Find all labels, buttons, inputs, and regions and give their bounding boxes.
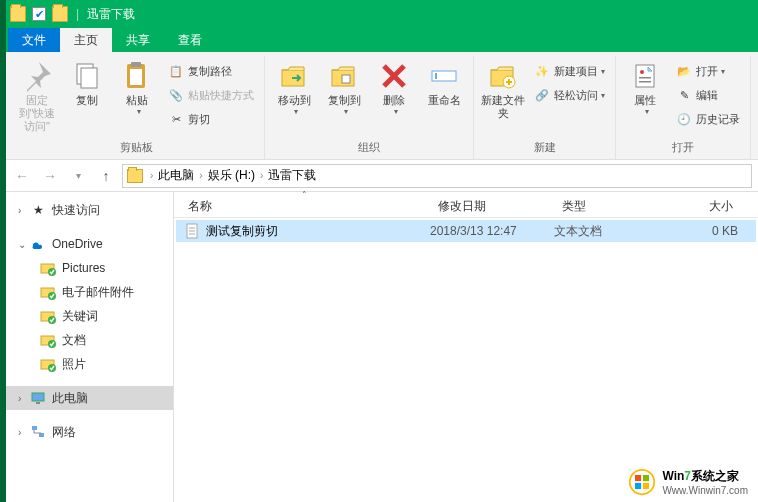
tree-onedrive[interactable]: ⌄OneDrive xyxy=(0,232,173,256)
tab-file[interactable]: 文件 xyxy=(8,28,60,52)
svg-point-13 xyxy=(640,70,644,74)
nav-up-button[interactable]: ↑ xyxy=(94,164,118,188)
pin-icon xyxy=(21,60,53,92)
copy-button[interactable]: 复制 xyxy=(64,56,110,107)
file-size: 0 KB xyxy=(670,224,738,238)
column-headers: ˄名称 修改日期 类型 大小 xyxy=(174,192,758,218)
ribbon-tabs: 文件 主页 共享 查看 xyxy=(0,28,758,52)
history-icon: 🕘 xyxy=(676,111,692,127)
open-group-label: 打开 xyxy=(672,138,694,159)
copy-path-button[interactable]: 📋复制路径 xyxy=(164,60,258,82)
window-left-accent xyxy=(0,0,6,502)
svg-rect-9 xyxy=(435,73,437,79)
tree-keywords[interactable]: 关键词 xyxy=(0,304,173,328)
crumb-chevron[interactable]: › xyxy=(257,170,266,181)
tab-share[interactable]: 共享 xyxy=(112,28,164,52)
tree-pictures[interactable]: Pictures xyxy=(0,256,173,280)
edit-button[interactable]: ✎编辑 xyxy=(672,84,744,106)
tree-email-attachments[interactable]: 电子邮件附件 xyxy=(0,280,173,304)
col-size[interactable]: 大小 xyxy=(670,192,742,217)
pin-label: 固定到"快速访问" xyxy=(14,94,60,134)
nav-recent-dropdown[interactable]: ▾ xyxy=(66,164,90,188)
col-name[interactable]: ˄名称 xyxy=(174,192,430,217)
col-date[interactable]: 修改日期 xyxy=(430,192,554,217)
move-to-button[interactable]: 移动到▾ xyxy=(271,56,317,117)
cut-icon: ✂ xyxy=(168,111,184,127)
svg-rect-14 xyxy=(639,77,651,79)
ribbon-group-clipboard: 固定到"快速访问" 复制 粘贴▾ 📋复制路径 📎粘贴快捷方式 ✂剪切 剪贴板 xyxy=(8,56,265,159)
new-item-button[interactable]: ✨新建项目▾ xyxy=(530,60,609,82)
paste-label: 粘贴 xyxy=(126,94,148,107)
open-button[interactable]: 📂打开▾ xyxy=(672,60,744,82)
tree-photos[interactable]: 照片 xyxy=(0,352,173,376)
delete-button[interactable]: 删除▾ xyxy=(371,56,417,117)
pin-quick-access-button[interactable]: 固定到"快速访问" xyxy=(14,56,60,134)
move-to-label: 移动到 xyxy=(278,94,311,107)
ribbon-group-new: 新建文件夹 ✨新建项目▾ 🔗轻松访问▾ 新建 xyxy=(474,56,616,159)
crumb-thispc[interactable]: 此电脑 xyxy=(156,167,196,184)
svg-rect-28 xyxy=(32,426,37,430)
nav-forward-button[interactable]: → xyxy=(38,164,62,188)
tab-home[interactable]: 主页 xyxy=(60,28,112,52)
watermark: Win7系统之家 Www.Winwin7.com xyxy=(628,468,748,496)
open-icon: 📂 xyxy=(676,63,692,79)
crumb-drive[interactable]: 娱乐 (H:) xyxy=(206,167,257,184)
svg-rect-12 xyxy=(636,65,654,87)
cut-button[interactable]: ✂剪切 xyxy=(164,108,258,130)
crumb-chevron[interactable]: › xyxy=(147,170,156,181)
tree-docs[interactable]: 文档 xyxy=(0,328,173,352)
onedrive-icon xyxy=(30,236,46,252)
watermark-logo-icon xyxy=(628,468,656,496)
watermark-url: Www.Winwin7.com xyxy=(662,485,748,496)
network-icon xyxy=(30,424,46,440)
crumb-chevron[interactable]: › xyxy=(196,170,205,181)
ribbon-group-open: 属性▾ 📂打开▾ ✎编辑 🕘历史记录 打开 xyxy=(616,56,751,159)
qat-separator: | xyxy=(76,7,79,21)
qat-checkbox[interactable]: ✔ xyxy=(32,7,46,21)
nav-back-button[interactable]: ← xyxy=(10,164,34,188)
rename-button[interactable]: 重命名 xyxy=(421,56,467,107)
copy-to-button[interactable]: 复制到▾ xyxy=(321,56,367,117)
easy-access-icon: 🔗 xyxy=(534,87,550,103)
ribbon: 固定到"快速访问" 复制 粘贴▾ 📋复制路径 📎粘贴快捷方式 ✂剪切 剪贴板 移… xyxy=(0,52,758,160)
paste-button[interactable]: 粘贴▾ xyxy=(114,56,160,117)
ribbon-group-select: ☑全 ☐全 ◨反 选 xyxy=(751,56,758,159)
easy-access-button[interactable]: 🔗轻松访问▾ xyxy=(530,84,609,106)
address-bar[interactable]: › 此电脑 › 娱乐 (H:) › 迅雷下载 xyxy=(122,164,752,188)
clipboard-group-label: 剪贴板 xyxy=(120,138,153,159)
paste-shortcut-button[interactable]: 📎粘贴快捷方式 xyxy=(164,84,258,106)
new-folder-button[interactable]: 新建文件夹 xyxy=(480,56,526,120)
history-button[interactable]: 🕘历史记录 xyxy=(672,108,744,130)
copy-path-icon: 📋 xyxy=(168,63,184,79)
svg-rect-26 xyxy=(32,393,44,401)
navbar: ← → ▾ ↑ › 此电脑 › 娱乐 (H:) › 迅雷下载 xyxy=(0,160,758,192)
nav-tree: ›★快速访问 ⌄OneDrive Pictures 电子邮件附件 关键词 文档 … xyxy=(0,192,174,502)
folder-sync-icon xyxy=(40,284,56,300)
copy-to-icon xyxy=(328,60,360,92)
svg-rect-7 xyxy=(342,75,350,83)
new-group-label: 新建 xyxy=(534,138,556,159)
window-title: 迅雷下载 xyxy=(87,6,135,23)
watermark-title: Win7系统之家 xyxy=(662,468,748,485)
new-folder-icon xyxy=(487,60,519,92)
col-type[interactable]: 类型 xyxy=(554,192,670,217)
crumb-folder[interactable]: 迅雷下载 xyxy=(266,167,318,184)
tree-quick-access[interactable]: ›★快速访问 xyxy=(0,198,173,222)
properties-button[interactable]: 属性▾ xyxy=(622,56,668,117)
file-row[interactable]: 测试复制剪切 2018/3/13 12:47 文本文档 0 KB xyxy=(176,220,756,242)
folder-sync-icon xyxy=(40,260,56,276)
delete-icon xyxy=(378,60,410,92)
tree-network[interactable]: ›网络 xyxy=(0,420,173,444)
folder-sync-icon xyxy=(40,356,56,372)
qat-folder-icon[interactable] xyxy=(52,6,68,22)
delete-label: 删除 xyxy=(383,94,405,107)
tab-view[interactable]: 查看 xyxy=(164,28,216,52)
svg-rect-3 xyxy=(131,62,141,67)
monitor-icon xyxy=(30,390,46,406)
folder-sync-icon xyxy=(40,308,56,324)
new-item-icon: ✨ xyxy=(534,63,550,79)
tree-this-pc[interactable]: ›此电脑 xyxy=(0,386,173,410)
properties-label: 属性 xyxy=(634,94,656,107)
titlebar: ✔ | 迅雷下载 xyxy=(0,0,758,28)
edit-icon: ✎ xyxy=(676,87,692,103)
